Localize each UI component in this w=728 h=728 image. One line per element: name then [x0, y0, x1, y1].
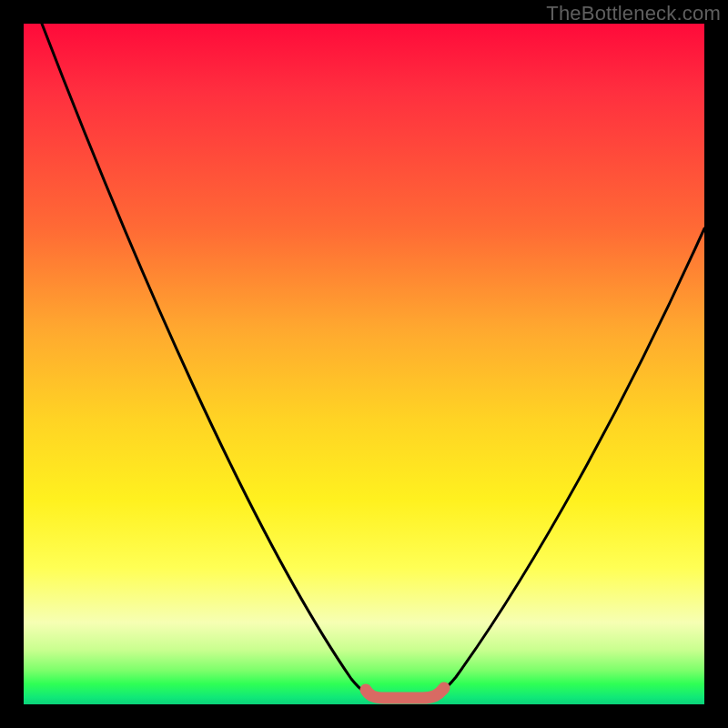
bottleneck-curve — [24, 24, 704, 704]
flat-segment — [366, 688, 444, 698]
chart-frame: TheBottleneck.com — [0, 0, 728, 728]
watermark-text: TheBottleneck.com — [546, 2, 721, 25]
plot-area — [24, 24, 704, 704]
curve-path — [42, 24, 704, 695]
